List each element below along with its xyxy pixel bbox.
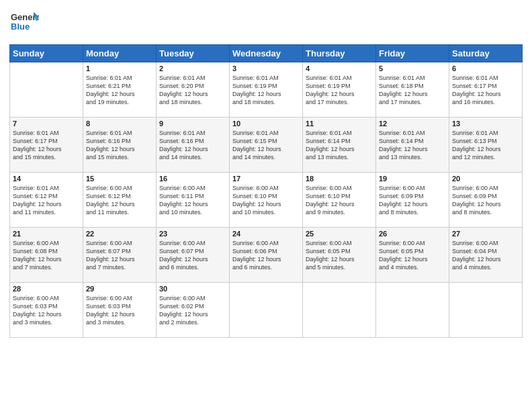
day-info: Sunrise: 6:00 AM Sunset: 6:03 PM Dayligh…: [13, 294, 80, 327]
day-number: 3: [232, 64, 300, 73]
day-info: Sunrise: 6:01 AM Sunset: 6:14 PM Dayligh…: [379, 129, 446, 162]
day-number: 15: [86, 175, 153, 183]
calendar-cell: 22Sunrise: 6:00 AM Sunset: 6:07 PM Dayli…: [83, 228, 157, 283]
day-number: 10: [232, 120, 300, 128]
svg-text:Blue: Blue: [11, 21, 30, 32]
calendar-cell: [449, 283, 523, 338]
day-info: Sunrise: 6:00 AM Sunset: 6:09 PM Dayligh…: [452, 184, 519, 217]
calendar-week-row: 21Sunrise: 6:00 AM Sunset: 6:08 PM Dayli…: [10, 228, 523, 283]
day-info: Sunrise: 6:00 AM Sunset: 6:02 PM Dayligh…: [159, 294, 226, 327]
day-number: 14: [13, 175, 80, 183]
day-number: 18: [306, 175, 373, 183]
calendar-cell: 23Sunrise: 6:00 AM Sunset: 6:07 PM Dayli…: [157, 228, 230, 283]
day-number: 22: [86, 230, 153, 238]
calendar-cell: 1Sunrise: 6:01 AM Sunset: 6:21 PM Daylig…: [83, 62, 157, 118]
day-info: Sunrise: 6:00 AM Sunset: 6:05 PM Dayligh…: [306, 239, 373, 272]
logo-icon: General Blue: [9, 7, 39, 36]
calendar-cell: 14Sunrise: 6:01 AM Sunset: 6:12 PM Dayli…: [10, 173, 83, 228]
day-info: Sunrise: 6:00 AM Sunset: 6:08 PM Dayligh…: [13, 239, 80, 272]
calendar-cell: 27Sunrise: 6:00 AM Sunset: 6:04 PM Dayli…: [449, 228, 523, 283]
day-info: Sunrise: 6:01 AM Sunset: 6:12 PM Dayligh…: [13, 184, 80, 217]
calendar-cell: 21Sunrise: 6:00 AM Sunset: 6:08 PM Dayli…: [10, 228, 83, 283]
day-info: Sunrise: 6:00 AM Sunset: 6:06 PM Dayligh…: [232, 239, 300, 272]
calendar-header-sunday: Sunday: [10, 45, 83, 62]
day-info: Sunrise: 6:01 AM Sunset: 6:15 PM Dayligh…: [232, 129, 300, 162]
calendar-cell: [376, 283, 449, 338]
day-info: Sunrise: 6:01 AM Sunset: 6:20 PM Dayligh…: [159, 74, 226, 107]
day-number: 12: [379, 120, 446, 128]
calendar-cell: 26Sunrise: 6:00 AM Sunset: 6:05 PM Dayli…: [376, 228, 449, 283]
day-info: Sunrise: 6:01 AM Sunset: 6:19 PM Dayligh…: [232, 74, 300, 107]
calendar-header-wednesday: Wednesday: [230, 45, 303, 62]
day-info: Sunrise: 6:01 AM Sunset: 6:17 PM Dayligh…: [13, 129, 80, 162]
calendar-week-row: 7Sunrise: 6:01 AM Sunset: 6:17 PM Daylig…: [10, 118, 523, 173]
calendar-cell: 29Sunrise: 6:00 AM Sunset: 6:03 PM Dayli…: [83, 283, 157, 338]
calendar-cell: [303, 283, 376, 338]
calendar-cell: 4Sunrise: 6:01 AM Sunset: 6:19 PM Daylig…: [303, 62, 376, 118]
calendar-week-row: 28Sunrise: 6:00 AM Sunset: 6:03 PM Dayli…: [10, 283, 523, 338]
day-info: Sunrise: 6:01 AM Sunset: 6:19 PM Dayligh…: [306, 74, 373, 107]
day-number: 26: [379, 230, 446, 238]
calendar-cell: 18Sunrise: 6:00 AM Sunset: 6:10 PM Dayli…: [303, 173, 376, 228]
day-number: 6: [452, 64, 519, 73]
header: General Blue: [9, 7, 523, 39]
calendar-cell: 19Sunrise: 6:00 AM Sunset: 6:09 PM Dayli…: [376, 173, 449, 228]
day-info: Sunrise: 6:00 AM Sunset: 6:10 PM Dayligh…: [232, 184, 300, 217]
day-number: 1: [86, 64, 153, 73]
calendar-cell: 11Sunrise: 6:01 AM Sunset: 6:14 PM Dayli…: [303, 118, 376, 173]
calendar-header-row: SundayMondayTuesdayWednesdayThursdayFrid…: [10, 45, 523, 62]
day-number: 27: [452, 230, 519, 238]
day-number: 4: [306, 64, 373, 73]
day-number: 29: [86, 285, 153, 293]
calendar-week-row: 1Sunrise: 6:01 AM Sunset: 6:21 PM Daylig…: [10, 62, 523, 118]
logo: General Blue: [9, 7, 39, 39]
calendar-cell: [230, 283, 303, 338]
day-number: 2: [159, 64, 226, 73]
day-info: Sunrise: 6:00 AM Sunset: 6:03 PM Dayligh…: [86, 294, 153, 327]
calendar-cell: 5Sunrise: 6:01 AM Sunset: 6:18 PM Daylig…: [376, 62, 449, 118]
calendar-table: SundayMondayTuesdayWednesdayThursdayFrid…: [9, 44, 523, 338]
calendar-week-row: 14Sunrise: 6:01 AM Sunset: 6:12 PM Dayli…: [10, 173, 523, 228]
calendar-header-thursday: Thursday: [303, 45, 376, 62]
calendar-cell: 7Sunrise: 6:01 AM Sunset: 6:17 PM Daylig…: [10, 118, 83, 173]
day-info: Sunrise: 6:01 AM Sunset: 6:16 PM Dayligh…: [159, 129, 226, 162]
calendar-header-monday: Monday: [83, 45, 157, 62]
day-number: 19: [379, 175, 446, 183]
day-info: Sunrise: 6:01 AM Sunset: 6:13 PM Dayligh…: [452, 129, 519, 162]
calendar-cell: 12Sunrise: 6:01 AM Sunset: 6:14 PM Dayli…: [376, 118, 449, 173]
day-info: Sunrise: 6:01 AM Sunset: 6:16 PM Dayligh…: [86, 129, 153, 162]
day-info: Sunrise: 6:01 AM Sunset: 6:18 PM Dayligh…: [379, 74, 446, 107]
day-number: 25: [306, 230, 373, 238]
calendar-cell: 8Sunrise: 6:01 AM Sunset: 6:16 PM Daylig…: [83, 118, 157, 173]
calendar-cell: 16Sunrise: 6:00 AM Sunset: 6:11 PM Dayli…: [157, 173, 230, 228]
calendar-cell: 9Sunrise: 6:01 AM Sunset: 6:16 PM Daylig…: [157, 118, 230, 173]
calendar-cell: 13Sunrise: 6:01 AM Sunset: 6:13 PM Dayli…: [449, 118, 523, 173]
calendar-cell: 30Sunrise: 6:00 AM Sunset: 6:02 PM Dayli…: [157, 283, 230, 338]
calendar-cell: 17Sunrise: 6:00 AM Sunset: 6:10 PM Dayli…: [230, 173, 303, 228]
day-info: Sunrise: 6:00 AM Sunset: 6:07 PM Dayligh…: [159, 239, 226, 272]
day-info: Sunrise: 6:00 AM Sunset: 6:10 PM Dayligh…: [306, 184, 373, 217]
calendar-header-tuesday: Tuesday: [157, 45, 230, 62]
calendar-cell: 6Sunrise: 6:01 AM Sunset: 6:17 PM Daylig…: [449, 62, 523, 118]
day-number: 24: [232, 230, 300, 238]
day-number: 21: [13, 230, 80, 238]
page: General Blue SundayMondayTuesdayWednesda…: [0, 0, 532, 411]
day-number: 30: [159, 285, 226, 293]
day-number: 16: [159, 175, 226, 183]
day-info: Sunrise: 6:00 AM Sunset: 6:04 PM Dayligh…: [452, 239, 519, 272]
day-number: 5: [379, 64, 446, 73]
calendar-cell: 25Sunrise: 6:00 AM Sunset: 6:05 PM Dayli…: [303, 228, 376, 283]
day-number: 28: [13, 285, 80, 293]
day-number: 7: [13, 120, 80, 128]
day-info: Sunrise: 6:00 AM Sunset: 6:12 PM Dayligh…: [86, 184, 153, 217]
calendar-cell: [10, 62, 83, 118]
day-info: Sunrise: 6:00 AM Sunset: 6:05 PM Dayligh…: [379, 239, 446, 272]
calendar-cell: 2Sunrise: 6:01 AM Sunset: 6:20 PM Daylig…: [157, 62, 230, 118]
day-info: Sunrise: 6:01 AM Sunset: 6:14 PM Dayligh…: [306, 129, 373, 162]
day-info: Sunrise: 6:00 AM Sunset: 6:07 PM Dayligh…: [86, 239, 153, 272]
day-number: 23: [159, 230, 226, 238]
calendar-cell: 10Sunrise: 6:01 AM Sunset: 6:15 PM Dayli…: [230, 118, 303, 173]
day-info: Sunrise: 6:01 AM Sunset: 6:21 PM Dayligh…: [86, 74, 153, 107]
day-number: 20: [452, 175, 519, 183]
day-number: 17: [232, 175, 300, 183]
